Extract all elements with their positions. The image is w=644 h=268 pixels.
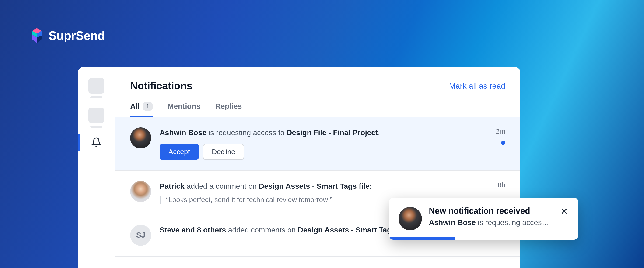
- logo-icon: [30, 28, 44, 43]
- active-indicator: [78, 134, 80, 151]
- brand-logo: SuprSend: [30, 28, 105, 43]
- avatar: [130, 127, 151, 149]
- sidebar: [78, 67, 115, 268]
- sidebar-item-placeholder: [88, 107, 104, 128]
- tabs: All1MentionsReplies: [130, 102, 506, 117]
- tab-label: All: [130, 102, 140, 111]
- accept-button[interactable]: Accept: [160, 144, 199, 160]
- mark-all-read-link[interactable]: Mark all as read: [449, 81, 506, 90]
- toast-notification[interactable]: New notification received Ashwin Bose is…: [389, 198, 578, 240]
- tab-label: Mentions: [168, 102, 200, 111]
- bell-icon: [91, 137, 102, 148]
- page-title: Notifications: [130, 80, 192, 92]
- decline-button[interactable]: Decline: [203, 144, 244, 160]
- sidebar-item-placeholder: [88, 78, 104, 98]
- toast-progress: [389, 237, 456, 240]
- notification-item[interactable]: Ashwin Bose is requesting access to Desi…: [115, 117, 520, 171]
- close-icon[interactable]: ✕: [560, 206, 569, 230]
- avatar: SJ: [130, 225, 151, 246]
- toast-title: New notification received: [429, 206, 552, 216]
- unread-indicator: [501, 141, 506, 145]
- tab-label: Replies: [215, 102, 242, 111]
- tab-mentions[interactable]: Mentions: [168, 102, 200, 117]
- brand-name: SuprSend: [48, 29, 105, 43]
- notification-message: Patrick added a comment on Design Assets…: [160, 181, 489, 192]
- tab-badge: 1: [143, 102, 152, 111]
- timestamp: 2m: [496, 127, 506, 136]
- tab-all[interactable]: All1: [130, 102, 152, 117]
- tab-replies[interactable]: Replies: [215, 102, 242, 117]
- avatar: [398, 207, 422, 230]
- notification-message: Ashwin Bose is requesting access to Desi…: [160, 127, 487, 138]
- toast-message: Ashwin Bose is requesting access to D…: [429, 218, 552, 227]
- timestamp: 8h: [498, 181, 506, 189]
- sidebar-item-notifications[interactable]: [78, 137, 115, 148]
- avatar: [130, 181, 151, 202]
